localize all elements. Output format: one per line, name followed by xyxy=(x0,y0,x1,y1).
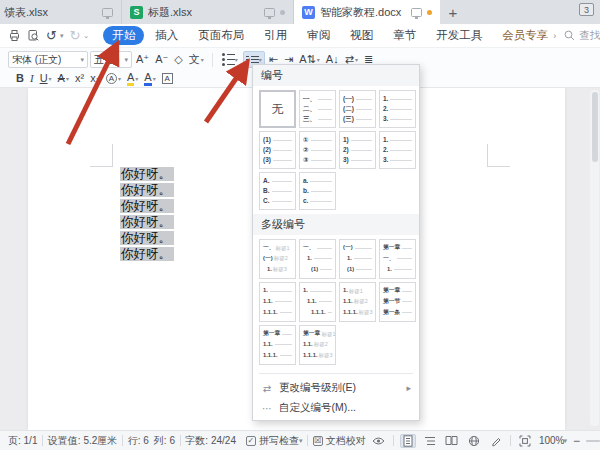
undo-button[interactable]: ↺ xyxy=(46,29,57,42)
eye-protection-button[interactable] xyxy=(371,434,387,448)
bullet-list-button[interactable]: ▾ xyxy=(219,51,241,68)
selected-text-line[interactable]: 你好呀。 xyxy=(120,198,174,214)
char-border-button[interactable]: A xyxy=(160,70,175,87)
page-view-button[interactable] xyxy=(400,434,416,448)
number-label: 3. xyxy=(383,116,388,123)
tab-spreadsheet-2[interactable]: S 标题.xlsx xyxy=(122,0,294,24)
menu-tab-审阅[interactable]: 审阅 xyxy=(298,26,339,45)
menu-tab-视图[interactable]: 视图 xyxy=(341,26,382,45)
level-title-label: 标题2 xyxy=(354,299,368,305)
numbered-list-icon xyxy=(246,56,259,63)
underline-button[interactable]: U▾ xyxy=(38,70,54,87)
menu-tab-开始[interactable]: 开始 xyxy=(103,26,144,45)
strikethrough-button[interactable]: A▾ xyxy=(56,70,71,87)
font-name-select[interactable]: 宋体 (正文) ▾ xyxy=(8,51,88,68)
selected-text-line[interactable]: 你好呀。 xyxy=(120,246,174,262)
zoom-out-button[interactable]: − xyxy=(573,434,580,448)
custom-numbering-item[interactable]: ⋯ 自定义编号(M)... xyxy=(253,398,419,418)
document-text[interactable]: 你好呀。你好呀。你好呀。你好呀。你好呀。你好呀。 xyxy=(120,166,174,262)
text-effects-button[interactable]: 文▾ xyxy=(187,51,206,68)
char-shading-button[interactable]: A▾ xyxy=(104,70,123,87)
window-count-badge[interactable]: 3 xyxy=(579,3,594,16)
new-tab-button[interactable]: + xyxy=(440,0,466,24)
multilevel-option-7[interactable]: 1.标题11.1.标题21.1.1.标题3 xyxy=(339,282,376,322)
numbering-option-7[interactable]: 1.2.3. xyxy=(379,131,416,169)
page-indicator[interactable]: 页: 1/1 xyxy=(3,434,42,448)
font-size-select[interactable]: 五号 ▾ xyxy=(90,51,132,68)
bold-button[interactable]: B xyxy=(14,70,26,87)
numbering-option-1[interactable]: 一、二、三、 xyxy=(299,90,336,128)
number-label: 1. xyxy=(303,288,308,294)
menu-tab-插入[interactable]: 插入 xyxy=(146,26,187,45)
print-icon[interactable] xyxy=(8,29,21,42)
decrease-font-icon: A⁻ xyxy=(155,54,168,65)
numbering-option-3[interactable]: 1.2.3. xyxy=(379,90,416,128)
text-placeholder-line xyxy=(390,150,412,151)
number-label: b. xyxy=(303,188,309,195)
outline-view-button[interactable] xyxy=(422,434,438,448)
monitor-icon xyxy=(411,8,422,17)
text-effects-icon: 文 xyxy=(189,54,200,65)
menu-tab-引用[interactable]: 引用 xyxy=(255,26,296,45)
menu-tab-会员专享[interactable]: 会员专享 xyxy=(493,26,557,45)
margin-crop-mark xyxy=(487,144,488,167)
member-expand-arrow[interactable]: › xyxy=(553,31,556,41)
italic-button[interactable]: I xyxy=(28,70,36,87)
numbering-option-9[interactable]: a.b.c. xyxy=(299,172,336,210)
command-search[interactable]: 查找命令、搜索模板 xyxy=(564,29,600,43)
multilevel-option-10[interactable]: 第一章标题11.1.标题21.1.1.标题3 xyxy=(299,325,336,365)
numbering-option-none[interactable]: 无 xyxy=(259,90,296,128)
undo-dropdown-caret-icon[interactable]: ▾ xyxy=(60,32,64,40)
web-layout-button[interactable] xyxy=(466,434,482,448)
decrease-font-button[interactable]: A⁻ xyxy=(153,51,170,68)
clear-format-button[interactable]: ◇ xyxy=(172,51,184,68)
text-placeholder-line xyxy=(273,160,292,161)
text-placeholder-line xyxy=(394,269,412,270)
menu-tab-页面布局[interactable]: 页面布局 xyxy=(189,26,253,45)
vertical-scrollbar[interactable] xyxy=(590,90,599,426)
numbering-option-5[interactable]: ①②③ xyxy=(299,131,336,169)
selected-text-line[interactable]: 你好呀。 xyxy=(120,166,174,182)
selected-text-line[interactable]: 你好呀。 xyxy=(120,182,174,198)
multilevel-option-8[interactable]: 第一章第一节第一条 xyxy=(379,282,416,322)
line-indicator: 行: 6 xyxy=(123,434,154,448)
multilevel-option-3[interactable]: (一)1.(1) xyxy=(339,239,376,279)
numbering-option-4[interactable]: (1)(2)(3) xyxy=(259,131,296,169)
subscript-button[interactable]: x₂ xyxy=(88,70,102,87)
highlight-button[interactable]: A▾ xyxy=(125,70,140,87)
text-placeholder-line xyxy=(356,269,372,270)
numbering-option-6[interactable]: 1)2)3) xyxy=(339,131,376,169)
font-color-button[interactable]: A▾ xyxy=(142,70,157,87)
superscript-button[interactable]: x² xyxy=(73,70,86,87)
quickbar-collapse-icon[interactable]: ⌄ xyxy=(83,32,89,40)
multilevel-option-4[interactable]: 第一章一、1. xyxy=(379,239,416,279)
zoom-slider[interactable] xyxy=(586,440,600,442)
numbering-option-2[interactable]: (一)(二)(三) xyxy=(339,90,376,128)
selected-text-line[interactable]: 你好呀。 xyxy=(120,230,174,246)
zoom-level-control[interactable]: 100% ▾ xyxy=(539,435,567,446)
menu-tab-章节[interactable]: 章节 xyxy=(384,26,425,45)
underline-icon: U xyxy=(40,73,48,84)
fit-page-button[interactable] xyxy=(517,434,533,448)
word-count[interactable]: 字数: 24/24 xyxy=(180,434,241,448)
edit-pen-button[interactable] xyxy=(488,434,504,448)
multilevel-option-5[interactable]: 1.1.1.1.1.1. xyxy=(259,282,296,322)
spell-check-toggle[interactable]: ✓ 拼写检查 ▾ xyxy=(241,434,308,448)
scrollbar-thumb[interactable] xyxy=(592,92,598,162)
menu-tab-开发工具[interactable]: 开发工具 xyxy=(427,26,491,45)
multilevel-option-6[interactable]: 1.1.1.1.1.1. xyxy=(299,282,336,322)
selected-text-line[interactable]: 你好呀。 xyxy=(120,214,174,230)
text-placeholder-line xyxy=(351,140,372,141)
redo-button[interactable]: ↻ xyxy=(69,29,80,42)
increase-font-button[interactable]: A⁺ xyxy=(134,51,151,68)
multilevel-option-9[interactable]: 第一章1.1.1.1.1. xyxy=(259,325,296,365)
read-layout-button[interactable] xyxy=(444,434,460,448)
numbering-option-8[interactable]: A.B.C. xyxy=(259,172,296,210)
tab-spreadsheet-1[interactable]: 馈表.xlsx xyxy=(0,0,122,24)
multilevel-option-2[interactable]: 一、1.(1) xyxy=(299,239,336,279)
multilevel-option-1[interactable]: 一、标题1(一)标题21.标题3 xyxy=(259,239,296,279)
print-preview-icon[interactable] xyxy=(27,29,40,42)
document-proof-button[interactable]: ☒ 文档校对 xyxy=(308,434,371,448)
tab-document-active[interactable]: W 智能家教程.docx xyxy=(294,0,440,24)
change-numbering-level-item[interactable]: ⇄ 更改编号级别(E) ▸ xyxy=(253,378,419,398)
